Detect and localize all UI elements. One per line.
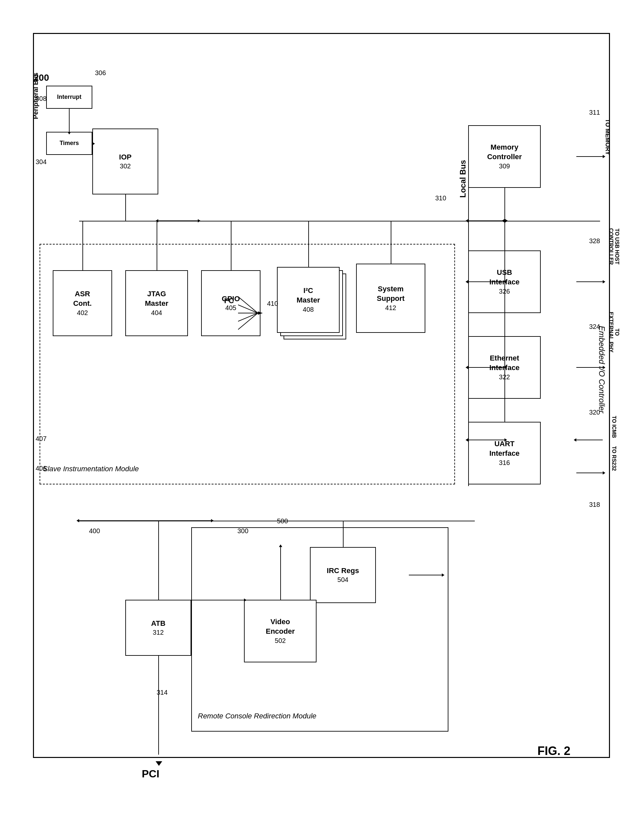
to-rs232-label: TO RS232	[611, 446, 617, 471]
jtag-master-box: JTAG Master 404	[125, 270, 188, 336]
svg-line-1	[238, 305, 258, 313]
interrupt-box: Interrupt	[46, 86, 92, 109]
svg-marker-5	[258, 311, 263, 315]
pci-arrowhead	[156, 761, 162, 766]
peripheral-bus-label: Peripheral Bus	[32, 73, 40, 119]
bottom-bus-left	[79, 520, 211, 521]
timers-connector	[92, 143, 93, 144]
system-support-box: System Support 412	[356, 264, 425, 333]
to-memory-label: TO MEMORY	[604, 118, 611, 155]
gpio-to-bus	[231, 221, 231, 270]
iop-localbus-connector	[158, 221, 198, 221]
uart-interface-box: UART Interface 316	[468, 422, 541, 485]
ref-311: 311	[589, 109, 600, 116]
svg-line-4	[238, 313, 258, 330]
ref-304: 304	[36, 158, 46, 166]
eth-localbus-connector	[468, 367, 504, 368]
rs232-arrow	[576, 472, 603, 473]
asr-cont-box: ASR Cont. 402	[53, 270, 112, 336]
to-icmb-label: TO ICMB	[611, 416, 617, 438]
right-vertical-bus	[468, 156, 469, 486]
usb-arrow-right	[576, 281, 603, 282]
ref-500: 500	[277, 517, 288, 525]
to-usb-label: TO USB HOSTCONTROLLER	[608, 217, 620, 276]
interrupt-to-iop-arrow	[69, 109, 70, 132]
timers-box: Timers	[46, 132, 92, 155]
jtag-to-bus	[156, 221, 157, 270]
pci-label: PCI	[142, 768, 159, 780]
i2c-to-bus	[308, 221, 309, 267]
slave-instrumentation-label: Slave Instrumentation Module	[43, 465, 139, 473]
usb-localbus-connector	[468, 281, 504, 282]
pci-arrow-v	[158, 656, 159, 755]
uart-to-localbus	[504, 221, 505, 422]
memory-arrow-right	[576, 156, 603, 157]
ref-400: 400	[89, 527, 100, 535]
to-external-phy-label: TOEXTERNAL PHY	[608, 303, 620, 362]
sys-to-bus	[391, 221, 391, 264]
memory-controller-box: Memory Controller 309	[468, 125, 541, 188]
iop-to-localbus	[125, 194, 126, 221]
bus-to-irc-h	[409, 575, 442, 575]
ve-to-irc-arrow	[280, 547, 281, 600]
atb-to-ve-h	[158, 600, 244, 600]
video-encoder-box: Video Encoder 502	[244, 600, 316, 662]
atb-box: ATB 312	[125, 600, 191, 656]
i2c-stack: I²C Master 408	[277, 267, 343, 339]
ref-406: 406	[36, 465, 46, 472]
mc-to-localbus	[504, 188, 505, 221]
iop-box: IOP 302	[92, 128, 158, 194]
ref-318: 318	[589, 501, 600, 508]
mc-localbus-connector	[468, 221, 504, 221]
ref-328: 328	[589, 237, 600, 245]
svg-line-0	[238, 297, 258, 313]
icmb-arrow	[576, 440, 603, 440]
atb-to-bus-v	[158, 521, 159, 600]
ref-407: 407	[36, 435, 46, 442]
irc-regs-box: IRC Regs 504	[310, 547, 376, 603]
asr-to-bus	[82, 221, 83, 270]
figure-label: FIG. 2	[537, 744, 571, 758]
ref-310: 310	[435, 194, 446, 202]
svg-line-3	[238, 313, 258, 321]
ref-410: 410	[267, 300, 278, 308]
ref-306: 306	[95, 69, 106, 77]
uart-localbus-connector	[468, 440, 504, 440]
embedded-io-label: Embedded I/O Controller	[597, 326, 606, 413]
i2c-arrows	[238, 290, 258, 336]
local-bus-label: Local Bus	[458, 160, 468, 198]
i2c-master-box: I²C Master 408	[277, 267, 340, 333]
irc-to-bus	[343, 521, 343, 547]
diagram-container: FIG. 2 200 Local Bus 310 300 IOP 302 Int…	[13, 13, 623, 811]
remote-console-label: Remote Console Redirection Module	[198, 712, 316, 720]
i2c-label: I²C	[224, 297, 234, 305]
